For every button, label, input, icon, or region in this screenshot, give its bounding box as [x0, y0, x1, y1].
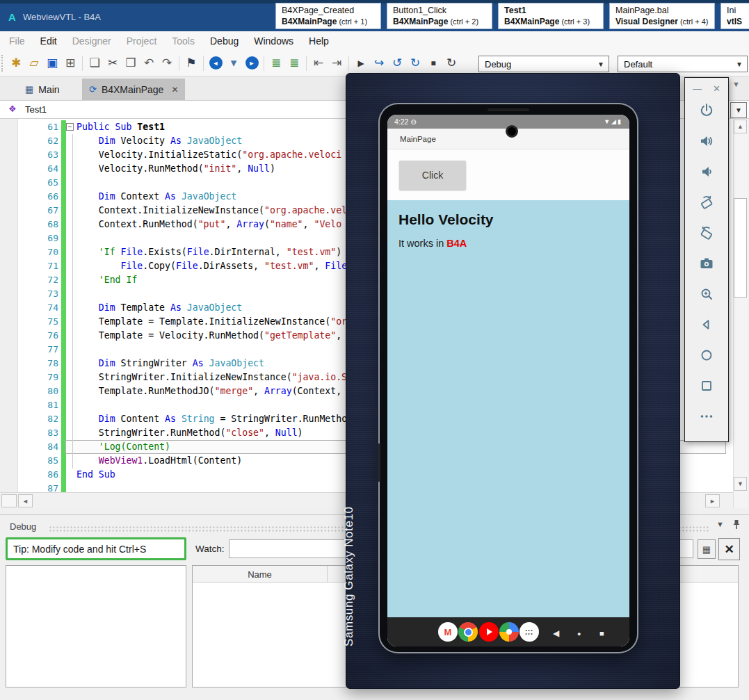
tab-b4xmainpage[interactable]: ⟳ B4XMainPage ✕ [82, 79, 185, 100]
close-icon: ✕ [724, 542, 734, 557]
ui-profile-select[interactable]: Default ▼ [618, 56, 748, 72]
evaluate-expression-button[interactable]: ▦ [698, 539, 716, 559]
form-window-icon: ▦ [25, 84, 33, 95]
click-button[interactable]: Click [399, 161, 466, 190]
pin-icon[interactable] [732, 519, 741, 532]
export-package-icon[interactable]: ⊞ [61, 54, 79, 72]
smart-indent-icon[interactable]: ≣ [267, 54, 285, 72]
copy-icon[interactable]: ❏ [86, 54, 104, 72]
quick-tab-2[interactable]: Button1_ClickB4XMainPage (ctrl + 2) [387, 3, 492, 29]
step-out-icon[interactable]: ↻ [406, 54, 424, 72]
chevron-down-icon[interactable]: ▼ [732, 80, 740, 88]
app-content-panel: Click [387, 149, 629, 200]
webview[interactable]: Hello Velocity It works in B4A [387, 200, 629, 617]
status-left: 4:22 ⊖ [394, 117, 417, 126]
chevron-down-icon[interactable]: ▼ [716, 520, 724, 528]
menu-designer[interactable]: Designer [65, 33, 119, 49]
screenshot-icon[interactable] [698, 254, 716, 272]
menu-help[interactable]: Help [301, 33, 337, 49]
camera-punch-hole [506, 125, 518, 138]
method-selector[interactable]: Test1 [25, 104, 47, 115]
quick-tab-module: B4XMainPage (ctrl + 1) [282, 16, 375, 27]
menu-debug[interactable]: Debug [202, 33, 246, 49]
close-icon[interactable]: ✕ [171, 85, 178, 95]
debug-tip-box: Tip: Modify code and hit Ctrl+S [6, 537, 186, 560]
back-icon[interactable] [698, 316, 716, 334]
b4a-ide-screen: A WebviewVTL - B4A B4XPage_CreatedB4XMai… [0, 0, 749, 700]
rotate-ccw-icon[interactable] [698, 193, 716, 211]
cut-icon[interactable]: ✂ [104, 54, 122, 72]
save-icon[interactable]: ▣ [43, 54, 61, 72]
scroll-down-arrow[interactable]: ▼ [734, 477, 747, 491]
step-into-icon[interactable]: ↪ [370, 54, 388, 72]
toolbar-grip[interactable] [1, 55, 7, 72]
quick-tab-module: B4XMainPage (ctrl + 2) [393, 16, 486, 27]
column-header-name[interactable]: Name [193, 566, 328, 583]
home-icon[interactable] [698, 346, 716, 364]
bookmark-icon[interactable]: ⚑ [182, 54, 200, 72]
scroll-left-arrow[interactable]: ◄ [18, 494, 33, 507]
quick-tab-3[interactable]: Test1B4XMainPage (ctrl + 3) [498, 3, 604, 29]
fold-collapse-icon[interactable]: − [66, 123, 74, 131]
stop-icon[interactable]: ■ [424, 54, 442, 72]
photos-icon[interactable] [499, 622, 519, 642]
clear-watch-button[interactable]: ✕ [718, 538, 740, 560]
menu-tools[interactable]: Tools [164, 33, 202, 49]
line-number: 63 [18, 148, 58, 162]
navigate-back-icon[interactable]: ◄ [207, 54, 225, 72]
menu-windows[interactable]: Windows [246, 33, 301, 49]
line-number: 79 [18, 371, 58, 384]
breakpoint-margin[interactable] [0, 119, 18, 492]
chrome-icon[interactable] [458, 622, 478, 642]
volume-down-icon[interactable] [698, 163, 716, 181]
line-number: 85 [18, 454, 58, 468]
splitter-handle[interactable] [1, 494, 17, 507]
volume-up-icon[interactable] [698, 132, 716, 150]
youtube-icon[interactable] [479, 622, 499, 642]
line-number-gutter: 6162636465666768697071727374757677787980… [18, 120, 58, 492]
method-selector-dropdown[interactable]: ▼ [730, 102, 747, 118]
scroll-right-arrow[interactable]: ► [705, 494, 720, 507]
comment-selection-icon[interactable]: ⇤ [309, 54, 328, 72]
vertical-scrollbar-thumb[interactable] [734, 198, 747, 298]
line-number: 75 [18, 315, 58, 329]
navigate-forward-icon[interactable]: ► [243, 54, 261, 72]
menu-file[interactable]: File [1, 33, 33, 49]
new-file-icon[interactable]: ✱ [7, 54, 25, 72]
quick-tab-4[interactable]: MainPage.balVisual Designer (ctrl + 4) [609, 3, 715, 29]
more-icon[interactable] [698, 407, 716, 425]
toolbar-separator [348, 56, 349, 71]
close-icon[interactable]: ✕ [713, 83, 720, 94]
phone-screen[interactable]: 4:22 ⊖ ▼◢▮ MainPage Click Hello Velocity… [387, 115, 629, 646]
run-icon[interactable]: ▶ [352, 54, 370, 72]
scroll-up-arrow[interactable]: ▲ [734, 120, 747, 133]
build-configuration-select[interactable]: Debug ▼ [478, 56, 609, 72]
rotate-cw-icon[interactable] [698, 224, 716, 242]
zoom-icon[interactable] [698, 285, 716, 303]
gmail-icon[interactable]: M [438, 622, 458, 642]
nav-recents-icon[interactable]: ■ [599, 626, 604, 639]
nav-home-icon[interactable]: ● [577, 626, 581, 639]
uncomment-selection-icon[interactable]: ⇥ [328, 54, 346, 72]
undo-icon[interactable]: ↶ [140, 54, 158, 72]
open-project-icon[interactable]: ▱ [25, 54, 43, 72]
paste-icon[interactable]: ❒ [122, 54, 140, 72]
nav-back-icon[interactable]: ◀ [553, 626, 559, 639]
menu-edit[interactable]: Edit [33, 33, 65, 49]
reformat-code-icon[interactable]: ≣ [285, 54, 303, 72]
power-icon[interactable] [698, 101, 716, 120]
menu-project[interactable]: Project [119, 33, 165, 49]
navigate-back-menu-icon[interactable]: ▾ [225, 54, 243, 72]
app-drawer-icon[interactable]: •••••• [520, 622, 539, 642]
tab-main[interactable]: ▦ Main [18, 79, 67, 100]
restart-icon[interactable]: ↻ [442, 54, 460, 72]
minimize-icon[interactable]: — [693, 83, 702, 94]
line-number: 68 [18, 218, 58, 231]
redo-icon[interactable]: ↷ [158, 54, 176, 72]
ui-profile-value: Default [624, 59, 652, 70]
step-over-icon[interactable]: ↺ [388, 54, 406, 72]
quick-tab-5[interactable]: InivtlS [720, 3, 749, 29]
quick-tab-1[interactable]: B4XPage_CreatedB4XMainPage (ctrl + 1) [275, 3, 381, 29]
overview-icon[interactable] [698, 377, 716, 395]
vertical-scrollbar[interactable] [733, 119, 748, 508]
